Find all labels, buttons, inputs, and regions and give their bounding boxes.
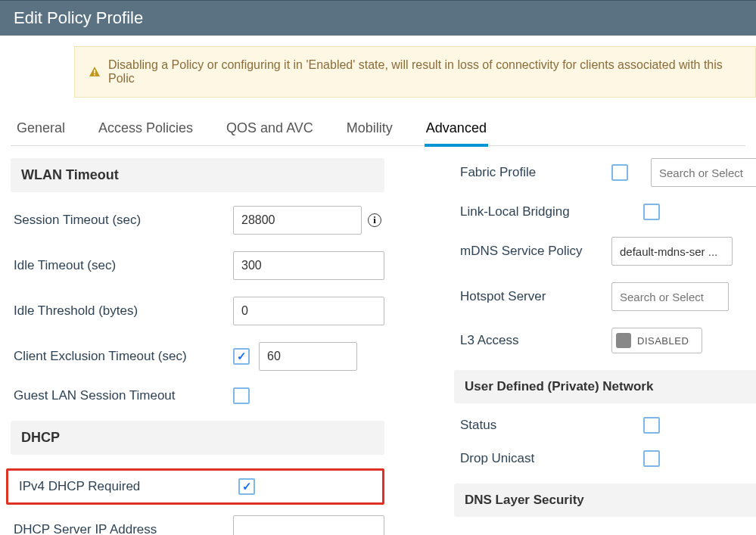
section-wlan-timeout: WLAN Timeout — [11, 158, 384, 192]
link-local-label: Link-Local Bridging — [460, 204, 611, 219]
toggle-state: DISABLED — [637, 335, 689, 347]
warning-alert: Disabling a Policy or configuring it in … — [74, 46, 756, 98]
l3-access-label: L3 Access — [460, 333, 611, 348]
section-udn: User Defined (Private) Network — [454, 370, 756, 403]
hotspot-label: Hotspot Server — [460, 289, 611, 304]
hotspot-select[interactable] — [611, 282, 729, 311]
link-local-checkbox[interactable] — [643, 204, 660, 220]
guest-lan-checkbox[interactable] — [233, 387, 250, 404]
info-icon[interactable]: i — [368, 213, 381, 227]
client-exclusion-checkbox[interactable] — [233, 348, 250, 365]
dialog-header: Edit Policy Profile — [0, 0, 756, 36]
section-dhcp: DHCP — [11, 421, 384, 455]
session-timeout-input[interactable] — [233, 206, 362, 235]
idle-threshold-label: Idle Threshold (bytes) — [14, 303, 233, 319]
svg-rect-0 — [94, 70, 95, 73]
ipv4-dhcp-checkbox[interactable] — [238, 478, 255, 495]
idle-timeout-input[interactable] — [233, 251, 384, 280]
section-dns: DNS Layer Security — [454, 484, 756, 517]
dialog-title: Edit Policy Profile — [14, 8, 143, 27]
guest-lan-label: Guest LAN Session Timeout — [14, 388, 233, 403]
tab-general[interactable]: General — [15, 113, 67, 145]
ipv4-dhcp-label: IPv4 DHCP Required — [19, 479, 238, 494]
mdns-select[interactable] — [611, 237, 733, 266]
tab-mobility[interactable]: Mobility — [345, 113, 394, 145]
ipv4-dhcp-highlight: IPv4 DHCP Required — [6, 468, 384, 505]
mdns-label: mDNS Service Policy — [460, 243, 611, 260]
dhcp-server-label: DHCP Server IP Address — [14, 522, 233, 535]
tab-bar: General Access Policies QOS and AVC Mobi… — [11, 113, 745, 146]
status-checkbox[interactable] — [643, 417, 660, 434]
client-exclusion-label: Client Exclusion Timeout (sec) — [14, 349, 233, 364]
tab-qos-avc[interactable]: QOS and AVC — [225, 113, 315, 145]
fabric-profile-checkbox[interactable] — [611, 164, 628, 181]
l3-access-toggle[interactable]: DISABLED — [611, 328, 702, 353]
session-timeout-label: Session Timeout (sec) — [14, 213, 233, 228]
idle-threshold-input[interactable] — [233, 297, 384, 325]
tab-advanced[interactable]: Advanced — [425, 113, 488, 147]
svg-rect-1 — [94, 74, 95, 76]
dhcp-server-input[interactable] — [233, 515, 384, 535]
fabric-profile-label: Fabric Profile — [460, 165, 611, 180]
idle-timeout-label: Idle Timeout (sec) — [14, 258, 233, 273]
warning-icon — [89, 66, 101, 78]
warning-text: Disabling a Policy or configuring it in … — [108, 58, 742, 86]
tab-access-policies[interactable]: Access Policies — [97, 113, 194, 145]
client-exclusion-input[interactable] — [259, 342, 357, 371]
status-label: Status — [460, 418, 611, 433]
fabric-profile-select[interactable] — [651, 158, 756, 187]
toggle-knob — [616, 333, 631, 348]
drop-unicast-checkbox[interactable] — [643, 450, 660, 467]
drop-unicast-label: Drop Unicast — [460, 451, 611, 466]
